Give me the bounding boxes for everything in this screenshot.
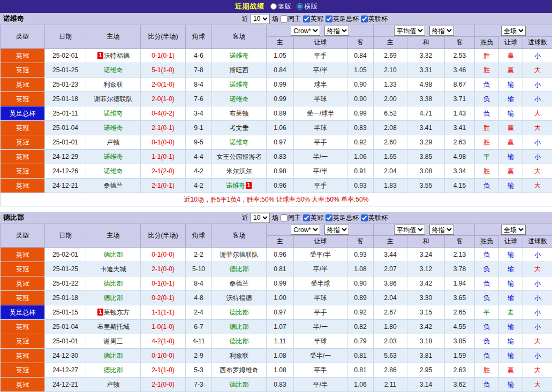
- facup-checkbox[interactable]: [326, 214, 332, 221]
- league-toggle-championship[interactable]: 英冠: [303, 213, 323, 222]
- eu-home-odds: 2.04: [374, 291, 407, 305]
- home-team: 桑德兰: [86, 179, 141, 193]
- result-scope-select[interactable]: 全场: [501, 225, 526, 235]
- ah-home-odds: 0.81: [267, 262, 294, 276]
- league-toggle-championship[interactable]: 英冠: [303, 14, 323, 24]
- corner-score: 2-9: [186, 349, 212, 363]
- team-name: 斯旺西: [230, 66, 249, 74]
- result-winlose: 负: [475, 262, 499, 276]
- eu-draw-odds: 3.42: [407, 320, 445, 334]
- ah-company-select[interactable]: Crow*: [291, 26, 320, 36]
- match-count-select[interactable]: 10: [251, 14, 270, 24]
- ah-handicap: 平/半: [294, 262, 347, 276]
- col-corner: 角球: [186, 224, 212, 248]
- result-scope-select[interactable]: 全场: [501, 26, 526, 36]
- result-handicap: 输: [499, 291, 523, 305]
- league-type-badge: 英冠: [1, 334, 45, 349]
- layout-option-vertical[interactable]: 竖版: [270, 2, 291, 11]
- team-name: 诺维奇: [104, 110, 123, 117]
- match-score: 2-1(1-0): [141, 363, 186, 378]
- corner-score: 8-4: [186, 276, 212, 291]
- league-toggle-eflcup[interactable]: 英联杯: [361, 14, 388, 24]
- ah-home-odds: 1.08: [267, 349, 294, 363]
- result-winlose: 负: [475, 349, 499, 363]
- result-handicap: 输: [499, 106, 523, 121]
- league-type-badge: 英冠: [1, 164, 45, 179]
- team-name: 诺维奇: [226, 182, 245, 189]
- result-goals: 小: [523, 291, 552, 305]
- match-count-select[interactable]: 10: [251, 213, 270, 223]
- corner-score: 5-10: [186, 262, 212, 276]
- same-home-checkbox[interactable]: [281, 16, 288, 22]
- eflcup-checkbox[interactable]: [361, 16, 368, 22]
- championship-checkbox[interactable]: [303, 16, 310, 22]
- result-winlose: 胜: [475, 121, 499, 135]
- sub-ah-line: 让球: [294, 37, 347, 49]
- same-home-toggle[interactable]: 同主: [281, 213, 301, 222]
- team-name: 米尔沃尔: [226, 167, 252, 175]
- league-toggle-facup[interactable]: 英足总杯: [326, 213, 359, 222]
- layout-option-horizontal[interactable]: 横版: [297, 2, 317, 11]
- eu-away-odds: 4.98: [445, 150, 475, 164]
- corner-score: 3-4: [186, 106, 212, 121]
- eu-home-odds: 2.10: [374, 63, 407, 78]
- sub-handicap: 让球: [499, 37, 523, 49]
- eu-home-odds: 2.07: [374, 262, 407, 276]
- ah-away-odds: 0.90: [347, 92, 374, 106]
- eflcup-checkbox[interactable]: [361, 214, 368, 221]
- eu-stage-select[interactable]: 终指: [429, 26, 454, 36]
- team-name: 德比郡: [230, 309, 249, 316]
- match-row: 英冠25-02-01德比郡0-1(0-0)2-2谢菲尔德联队0.96受平/半0.…: [1, 248, 552, 262]
- result-winlose: 胜: [475, 63, 499, 78]
- same-home-toggle[interactable]: 同主: [281, 14, 301, 24]
- ah-stage-select[interactable]: 终指: [324, 225, 349, 235]
- ah-company-select[interactable]: Crow*: [291, 225, 320, 235]
- page-title: 近期战绩: [235, 2, 265, 11]
- match-date: 24-12-26: [45, 164, 86, 179]
- eu-company-select[interactable]: 平均值: [394, 26, 425, 36]
- championship-checkbox[interactable]: [303, 214, 310, 221]
- eu-draw-odds: 3.32: [407, 49, 445, 63]
- facup-checkbox[interactable]: [326, 16, 332, 22]
- corner-score: 4-2: [186, 164, 212, 179]
- red-card-badge: 1: [97, 52, 103, 59]
- league-type-badge: 英足总杯: [1, 305, 45, 320]
- eu-draw-odds: 3.24: [407, 248, 445, 262]
- eu-home-odds: 6.52: [374, 106, 407, 121]
- col-type: 类型: [1, 224, 45, 248]
- ah-stage-select[interactable]: 终指: [324, 26, 349, 36]
- home-team: 德比郡: [86, 349, 141, 363]
- eu-company-select[interactable]: 平均值: [394, 225, 425, 235]
- ah-handicap: 半球: [294, 334, 347, 349]
- vertical-layout-radio[interactable]: [270, 3, 277, 10]
- horizontal-layout-radio[interactable]: [297, 3, 303, 10]
- league-toggle-eflcup[interactable]: 英联杯: [361, 213, 388, 222]
- eu-draw-odds: 3.30: [407, 291, 445, 305]
- ah-home-odds: 1.05: [267, 49, 294, 63]
- result-winlose: 负: [475, 334, 499, 349]
- home-team: 谢周三: [86, 334, 141, 349]
- corner-score: 8-4: [186, 78, 212, 92]
- match-score: 0-1(0-1): [141, 49, 186, 63]
- ah-home-odds: 1.08: [267, 363, 294, 378]
- corner-score: 5-3: [186, 363, 212, 378]
- eu-stage-select[interactable]: 终指: [429, 225, 454, 235]
- eu-home-odds: 1.33: [374, 78, 407, 92]
- ah-handicap: 半球: [294, 92, 347, 106]
- league-toggle-facup[interactable]: 英足总杯: [326, 14, 359, 24]
- away-team: 诺维奇1: [212, 179, 267, 193]
- eu-home-odds: 5.63: [374, 349, 407, 363]
- eu-draw-odds: 3.15: [407, 305, 445, 320]
- match-score: 0-4(0-2): [141, 106, 186, 121]
- match-date: 25-01-25: [45, 63, 86, 78]
- same-home-checkbox[interactable]: [281, 214, 288, 221]
- away-team: 女王公园巡游者: [212, 150, 267, 164]
- ah-away-odds: 0.81: [347, 363, 374, 378]
- team-title: 德比郡: [3, 213, 24, 222]
- match-date: 25-01-23: [45, 78, 86, 92]
- home-team: 卢顿: [86, 135, 141, 150]
- match-row: 英足总杯25-01-151莱顿东方1-1(1-1)2-4德比郡0.97平手0.9…: [1, 305, 552, 320]
- ah-home-odds: 1.00: [267, 291, 294, 305]
- corner-score: 7-3: [186, 378, 212, 392]
- eu-home-odds: 1.80: [374, 320, 407, 334]
